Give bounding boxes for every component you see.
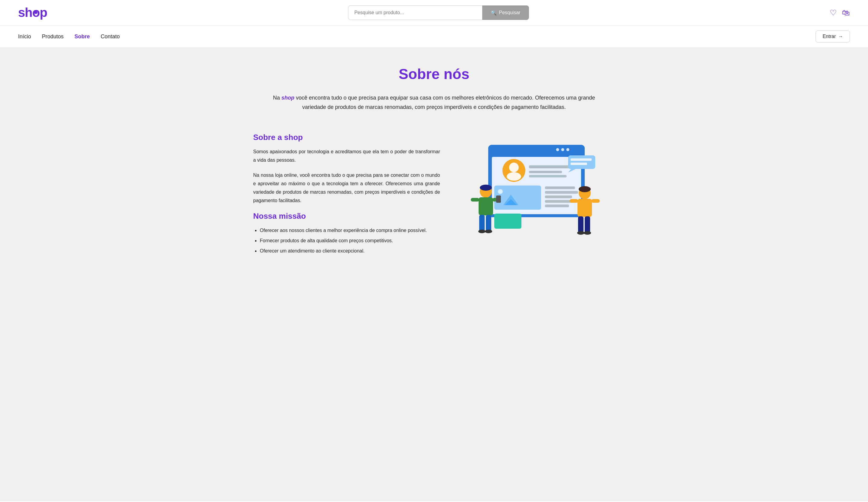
svg-rect-26 <box>494 214 521 229</box>
intro-prefix: Na <box>273 95 281 101</box>
svg-point-3 <box>556 148 559 151</box>
svg-rect-12 <box>529 175 567 177</box>
list-item: Oferecer um atendimento ao cliente excep… <box>260 247 440 255</box>
wishlist-icon[interactable]: ♡ <box>830 8 837 18</box>
svg-rect-34 <box>486 215 491 231</box>
nav-links: Início Produtos Sobre Contato <box>18 33 120 40</box>
svg-rect-10 <box>529 165 571 168</box>
list-item: Fornecer produtos de alta qualidade com … <box>260 237 440 245</box>
search-button[interactable]: 🔍 Pesquisar <box>482 6 529 20</box>
nav-item-produtos[interactable]: Produtos <box>42 33 64 40</box>
nav-link-produtos[interactable]: Produtos <box>42 33 64 40</box>
svg-point-4 <box>561 148 564 151</box>
nav-item-inicio[interactable]: Início <box>18 33 31 40</box>
section2-list: Oferecer aos nossos clientes a melhor ex… <box>253 226 440 255</box>
entrar-arrow-icon: → <box>838 34 843 39</box>
svg-rect-39 <box>577 199 592 217</box>
nav-link-inicio[interactable]: Início <box>18 33 31 40</box>
entrar-button[interactable]: Entrar → <box>816 30 850 42</box>
list-item: Oferecer aos nossos clientes a melhor ex… <box>260 226 440 235</box>
svg-rect-13 <box>494 185 541 210</box>
content-section: Sobre a shop Somos apaixonados por tecno… <box>253 133 615 257</box>
svg-rect-2 <box>488 150 585 154</box>
intro-text-rest: você encontra tudo o que precisa para eq… <box>294 95 595 110</box>
cart-icon[interactable]: 🛍 <box>842 8 850 18</box>
svg-rect-24 <box>570 158 592 161</box>
search-input[interactable] <box>348 6 482 20</box>
svg-rect-43 <box>585 216 590 233</box>
svg-point-45 <box>584 231 591 235</box>
nav-bar: Início Produtos Sobre Contato Entrar → <box>0 26 868 48</box>
svg-point-36 <box>485 230 492 233</box>
svg-rect-19 <box>545 195 572 198</box>
page-title: Sobre nós <box>18 66 850 82</box>
svg-rect-30 <box>471 198 479 201</box>
nav-link-sobre[interactable]: Sobre <box>74 33 90 40</box>
illustration-column <box>464 133 603 235</box>
main-content: Sobre nós Na shop você encontra tudo o q… <box>0 48 868 501</box>
intro-shop-link: shop <box>281 95 294 101</box>
intro-paragraph: Na shop você encontra tudo o que precisa… <box>268 93 600 112</box>
nav-link-contato[interactable]: Contato <box>101 33 120 40</box>
svg-rect-41 <box>591 199 600 203</box>
svg-point-5 <box>566 148 569 151</box>
svg-point-38 <box>579 186 591 192</box>
nav-item-sobre[interactable]: Sobre <box>74 33 90 40</box>
search-button-label: Pesquisar <box>499 10 520 16</box>
svg-point-9 <box>507 172 521 181</box>
section1-para1: Somos apaixonados por tecnologia e acred… <box>253 148 440 164</box>
entrar-label: Entrar <box>823 34 836 39</box>
search-icon: 🔍 <box>490 10 497 16</box>
section1-title: Sobre a shop <box>253 133 440 142</box>
svg-rect-42 <box>578 216 583 233</box>
svg-point-16 <box>498 189 503 194</box>
svg-point-35 <box>478 230 486 233</box>
search-bar: 🔍 Pesquisar <box>348 6 529 20</box>
section2-title: Nossa missão <box>253 211 440 221</box>
svg-rect-29 <box>479 197 493 215</box>
svg-point-28 <box>480 185 492 191</box>
svg-rect-33 <box>479 215 485 231</box>
text-column: Sobre a shop Somos apaixonados por tecno… <box>253 133 440 257</box>
svg-rect-25 <box>570 163 587 165</box>
svg-rect-17 <box>545 187 575 189</box>
svg-point-44 <box>577 231 585 235</box>
svg-rect-22 <box>568 155 595 169</box>
svg-point-8 <box>509 163 519 172</box>
header: shop 🔍 Pesquisar ♡ 🛍 <box>0 0 868 26</box>
logo-o-letter: o <box>32 6 40 19</box>
section1-para2: Na nossa loja online, você encontra tudo… <box>253 171 440 205</box>
illustration-svg <box>464 139 603 235</box>
svg-rect-21 <box>545 204 569 207</box>
svg-rect-18 <box>545 191 578 194</box>
logo[interactable]: shop <box>18 6 47 19</box>
svg-rect-32 <box>496 195 501 203</box>
nav-item-contato[interactable]: Contato <box>101 33 120 40</box>
svg-rect-11 <box>529 171 562 173</box>
header-icons: ♡ 🛍 <box>830 8 850 18</box>
svg-rect-40 <box>570 199 578 203</box>
